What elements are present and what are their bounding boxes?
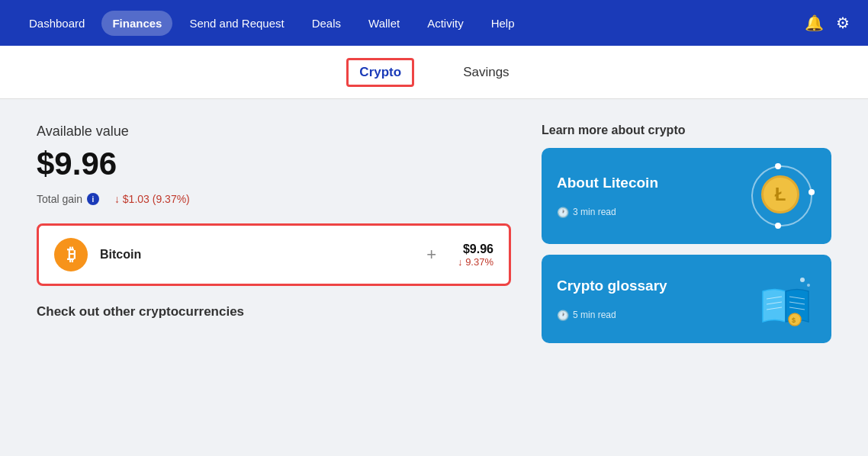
litecoin-card-title: About Litecoin [557, 175, 658, 191]
learn-label: Learn more about crypto [542, 124, 831, 137]
settings-icon[interactable]: ⚙ [836, 14, 850, 32]
navbar: Dashboard Finances Send and Request Deal… [0, 0, 868, 46]
nav-item-deals[interactable]: Deals [301, 11, 352, 36]
svg-text:$: $ [792, 316, 796, 324]
total-gain-row: Total gain i ↓ $1.03 (9.37%) [37, 193, 511, 205]
check-out-label: Check out other cryptocurrencies [37, 304, 511, 320]
svg-point-8 [800, 278, 805, 282]
bitcoin-icon: ₿ [54, 238, 88, 271]
litecoin-illustration: Ł [747, 162, 816, 230]
nav-item-finances[interactable]: Finances [101, 11, 172, 36]
clock-icon-litecoin: 🕐 [557, 207, 569, 218]
bitcoin-name: Bitcoin [100, 248, 405, 262]
bitcoin-card[interactable]: ₿ Bitcoin + $9.96 ↓ 9.37% [37, 223, 511, 286]
bitcoin-usd: $9.96 [458, 242, 493, 256]
nav-item-help[interactable]: Help [481, 11, 526, 36]
left-panel: Available value $9.96 Total gain i ↓ $1.… [37, 124, 511, 432]
orbit-dot-3 [809, 189, 815, 195]
litecoin-card-time: 🕐 3 min read [557, 207, 658, 218]
notification-icon[interactable]: 🔔 [805, 14, 824, 32]
nav-item-activity[interactable]: Activity [416, 11, 474, 36]
info-icon[interactable]: i [87, 193, 99, 205]
bitcoin-percent: ↓ 9.37% [458, 256, 493, 268]
nav-right: 🔔 ⚙ [805, 14, 850, 32]
plus-icon[interactable]: + [426, 245, 436, 265]
main-content: Available value $9.96 Total gain i ↓ $1.… [0, 99, 868, 456]
svg-point-9 [807, 284, 810, 287]
gain-value: ↓ $1.03 (9.37%) [114, 193, 190, 205]
orbit-dot-2 [775, 223, 781, 229]
nav-item-send-request[interactable]: Send and Request [178, 11, 294, 36]
clock-icon-glossary: 🕐 [557, 310, 569, 321]
nav-item-dashboard[interactable]: Dashboard [18, 11, 95, 36]
nav-item-wallet[interactable]: Wallet [358, 11, 410, 36]
total-gain-label: Total gain i [37, 193, 99, 205]
glossary-card-time: 🕐 5 min read [557, 310, 667, 321]
orbit-dot-1 [775, 163, 781, 169]
nav-items: Dashboard Finances Send and Request Deal… [18, 11, 805, 36]
tab-crypto[interactable]: Crypto [346, 58, 414, 87]
tab-savings[interactable]: Savings [451, 59, 521, 86]
crypto-glossary-card[interactable]: Crypto glossary 🕐 5 min read [542, 255, 831, 343]
available-value: $9.96 [37, 146, 511, 182]
glossary-card-title: Crypto glossary [557, 278, 667, 294]
right-panel: Learn more about crypto About Litecoin 🕐… [542, 124, 831, 432]
glossary-illustration: $ [755, 268, 816, 329]
available-value-label: Available value [37, 124, 511, 140]
bitcoin-values: $9.96 ↓ 9.37% [458, 242, 493, 268]
subtab-bar: Crypto Savings [0, 46, 868, 99]
litecoin-coin: Ł [761, 175, 799, 214]
glossary-book-svg: $ [755, 268, 816, 329]
about-litecoin-card[interactable]: About Litecoin 🕐 3 min read Ł [542, 148, 831, 244]
